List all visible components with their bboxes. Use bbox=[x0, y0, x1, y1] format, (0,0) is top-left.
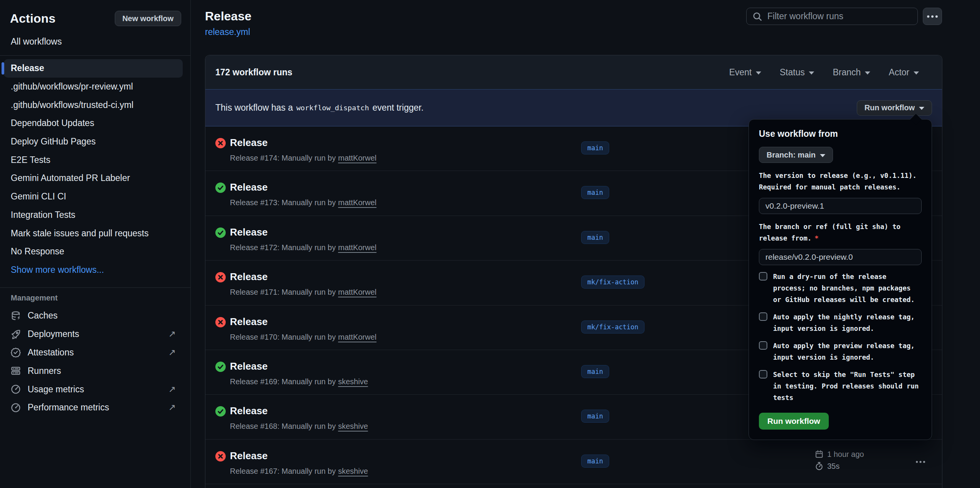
sidebar-item-gemini-cli-ci[interactable]: Gemini CLI CI bbox=[4, 188, 183, 206]
workflow-options-kebab-button[interactable] bbox=[923, 8, 942, 25]
skip-tests-option: Select to skip the "Run Tests" step in t… bbox=[759, 369, 922, 403]
failure-icon bbox=[215, 138, 226, 148]
rocket-icon bbox=[11, 329, 21, 339]
ref-input[interactable] bbox=[759, 249, 922, 265]
sidebar-item-attestations[interactable]: Attestations ↗ bbox=[4, 344, 183, 362]
sidebar-item-deployments[interactable]: Deployments ↗ bbox=[4, 325, 183, 344]
stopwatch-icon bbox=[815, 462, 823, 470]
checkbox-label: Select to skip the "Run Tests" step in t… bbox=[773, 369, 921, 403]
sidebar-item-no-response[interactable]: No Response bbox=[4, 242, 183, 261]
run-subtitle: Release #168: Manually run byskeshive bbox=[230, 422, 368, 431]
run-title-link[interactable]: Release bbox=[230, 316, 268, 328]
nightly-tag-checkbox[interactable] bbox=[759, 312, 767, 321]
preview-tag-checkbox[interactable] bbox=[759, 341, 767, 350]
sidebar-item-mark-stale[interactable]: Mark stale issues and pull requests bbox=[4, 224, 183, 242]
sidebar-item-trusted-ci[interactable]: .github/workflows/trusted-ci.yml bbox=[4, 96, 183, 114]
branch-badge[interactable]: main bbox=[581, 186, 609, 199]
run-kebab-button[interactable] bbox=[916, 457, 925, 467]
run-meta: 1 hour ago 35s bbox=[815, 448, 864, 472]
actor-link[interactable]: mattKorwel bbox=[338, 154, 377, 162]
ref-help-text: The branch or ref (full git sha) to rele… bbox=[759, 221, 922, 244]
run-title-link[interactable]: Release bbox=[230, 226, 268, 238]
calendar-icon bbox=[815, 450, 823, 458]
branch-badge[interactable]: mk/fix-action bbox=[581, 320, 645, 334]
skip-tests-checkbox[interactable] bbox=[759, 370, 767, 378]
sidebar-item-label: Caches bbox=[28, 310, 58, 321]
filter-actor-dropdown[interactable]: Actor bbox=[889, 67, 919, 78]
sidebar-title: Actions bbox=[10, 12, 56, 26]
checkbox-label: Run a dry-run of the release process; no… bbox=[773, 271, 921, 305]
actor-link[interactable]: mattKorwel bbox=[338, 243, 377, 252]
branch-badge[interactable]: main bbox=[581, 141, 609, 154]
success-icon bbox=[215, 406, 226, 417]
branch-badge[interactable]: main bbox=[581, 410, 609, 423]
sidebar-item-all-workflows[interactable]: All workflows bbox=[4, 33, 183, 50]
branch-select-button[interactable]: Branch: main bbox=[759, 147, 833, 163]
sidebar-item-deploy-github-pages[interactable]: Deploy GitHub Pages bbox=[4, 133, 183, 151]
run-time: 1 hour ago bbox=[827, 450, 864, 459]
sidebar-item-performance-metrics[interactable]: Performance metrics ↗ bbox=[4, 398, 183, 417]
sidebar-item-runners[interactable]: Runners bbox=[4, 362, 183, 380]
workflow-run-row[interactable]: Release Release #167: Manually run byske… bbox=[205, 440, 942, 484]
sidebar-item-integration-tests[interactable]: Integration Tests bbox=[4, 206, 183, 224]
run-title-link[interactable]: Release bbox=[230, 360, 268, 372]
branch-badge[interactable]: main bbox=[581, 231, 609, 244]
server-icon bbox=[11, 366, 21, 376]
sidebar-item-dependabot-updates[interactable]: Dependabot Updates bbox=[4, 114, 183, 133]
version-input[interactable] bbox=[759, 198, 922, 214]
branch-badge[interactable]: mk/fix-action bbox=[581, 276, 645, 289]
nightly-tag-option: Auto apply the nightly release tag, inpu… bbox=[759, 311, 922, 334]
filter-event-dropdown[interactable]: Event bbox=[729, 67, 761, 78]
sidebar-item-label: Attestations bbox=[28, 347, 74, 358]
show-more-workflows-link[interactable]: Show more workflows... bbox=[4, 261, 183, 279]
actor-link[interactable]: skeshive bbox=[338, 377, 368, 386]
runs-filters: Event Status Branch Actor bbox=[729, 67, 919, 78]
database-icon bbox=[11, 311, 21, 321]
sidebar-item-release[interactable]: Release bbox=[4, 59, 183, 78]
run-subtitle: Release #169: Manually run byskeshive bbox=[230, 377, 368, 386]
actor-link[interactable]: skeshive bbox=[338, 467, 368, 475]
sidebar-item-e2e-tests[interactable]: E2E Tests bbox=[4, 151, 183, 169]
run-title-link[interactable]: Release bbox=[230, 181, 268, 193]
management-list: Caches Deployments ↗ Attestations ↗ Runn… bbox=[4, 307, 183, 417]
kebab-icon bbox=[927, 11, 938, 22]
external-link-icon: ↗ bbox=[169, 384, 176, 395]
filter-branch-dropdown[interactable]: Branch bbox=[833, 67, 870, 78]
success-icon bbox=[215, 227, 226, 238]
workflow-file-link[interactable]: release.yml bbox=[205, 27, 250, 37]
filter-placeholder: Filter workflow runs bbox=[767, 11, 843, 22]
actor-link[interactable]: mattKorwel bbox=[338, 288, 377, 296]
actor-link[interactable]: mattKorwel bbox=[338, 333, 377, 341]
dry-run-checkbox[interactable] bbox=[759, 272, 767, 281]
run-title-link[interactable]: Release bbox=[230, 405, 268, 417]
run-workflow-submit-button[interactable]: Run workflow bbox=[759, 413, 829, 430]
external-link-icon: ↗ bbox=[169, 402, 176, 413]
sidebar-item-usage-metrics[interactable]: Usage metrics ↗ bbox=[4, 380, 183, 398]
run-title-link[interactable]: Release bbox=[230, 271, 268, 283]
actor-link[interactable]: mattKorwel bbox=[338, 198, 377, 207]
sidebar-item-caches[interactable]: Caches bbox=[4, 307, 183, 325]
actions-sidebar: Actions New workflow All workflows Relea… bbox=[0, 0, 191, 488]
failure-icon bbox=[215, 451, 226, 461]
sidebar-item-pr-review[interactable]: .github/workflows/pr-review.yml bbox=[4, 78, 183, 96]
sidebar-item-label: Runners bbox=[28, 366, 61, 376]
sidebar-item-label: Usage metrics bbox=[28, 384, 84, 395]
workflow-dispatch-code: workflow_dispatch bbox=[293, 104, 372, 112]
kebab-icon bbox=[916, 457, 925, 467]
search-icon bbox=[752, 12, 762, 22]
success-icon bbox=[215, 183, 226, 193]
run-workflow-dropdown-button[interactable]: Run workflow bbox=[857, 100, 932, 116]
actor-link[interactable]: skeshive bbox=[338, 422, 368, 430]
failure-icon bbox=[215, 317, 226, 327]
run-title-link[interactable]: Release bbox=[230, 137, 268, 149]
sidebar-item-gemini-pr-labeler[interactable]: Gemini Automated PR Labeler bbox=[4, 169, 183, 188]
run-title-link[interactable]: Release bbox=[230, 450, 268, 462]
new-workflow-button[interactable]: New workflow bbox=[115, 11, 181, 26]
filter-status-dropdown[interactable]: Status bbox=[780, 67, 814, 78]
filter-workflow-runs-input[interactable]: Filter workflow runs bbox=[746, 8, 918, 25]
success-icon bbox=[215, 362, 226, 372]
chevron-down-icon bbox=[865, 71, 870, 75]
meter-icon bbox=[11, 384, 21, 394]
branch-badge[interactable]: main bbox=[581, 365, 609, 378]
branch-badge[interactable]: main bbox=[581, 455, 609, 468]
